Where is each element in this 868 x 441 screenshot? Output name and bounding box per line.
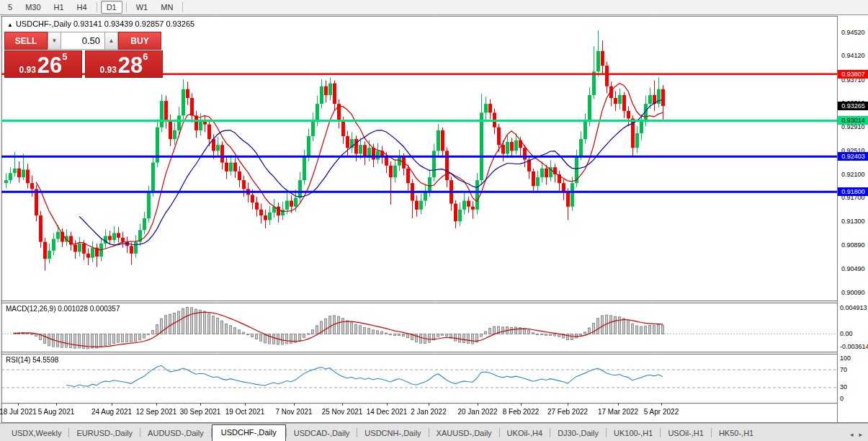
macd-axis-max: 0.004913 xyxy=(840,304,867,311)
buy-price-display[interactable]: 0.93 28 6 xyxy=(85,50,163,78)
price-badge-0.93807: 0.93807 xyxy=(838,70,868,79)
date-label: 14 Dec 2021 xyxy=(367,408,408,416)
timeframe-button-5[interactable]: 5 xyxy=(2,1,18,14)
sell-price-prefix: 0.93 xyxy=(19,65,35,75)
tab-dj30-daily[interactable]: DJ30-,Daily xyxy=(550,426,606,441)
timeframe-button-mn[interactable]: MN xyxy=(155,1,179,14)
rsi-axis-70: 70 xyxy=(840,366,847,373)
date-label: 8 Feb 2022 xyxy=(503,408,540,416)
tab-usdchf-daily[interactable]: USDCHF-,Daily xyxy=(212,424,286,441)
price-axis-tick: 0.90490 xyxy=(841,265,865,272)
one-click-trading-widget: SELL ▼ ▲ BUY 0.93 26 5 0.93 28 6 xyxy=(4,32,164,78)
date-label: 7 Nov 2021 xyxy=(275,408,312,416)
chart-tab-bar: USDX,WeeklyEURUSD-,DailyAUDUSD-,DailyUSD… xyxy=(0,423,868,441)
chart-ohlc-values: 0.93141 0.93439 0.92857 0.93265 xyxy=(73,19,194,28)
date-label: 18 Jul 2021 xyxy=(0,408,37,416)
price-axis-tick: 0.91300 xyxy=(841,218,865,225)
trading-platform-window: 5M30H1H4D1W1MN ▲USDCHF-,Daily 0.93141 0.… xyxy=(0,0,868,441)
price-badge-0.92403: 0.92403 xyxy=(838,152,868,161)
timeframe-button-w1[interactable]: W1 xyxy=(130,1,154,14)
macd-indicator-label: MACD(12,26,9) 0.001028 0.000357 xyxy=(6,305,120,313)
buy-price-sup: 6 xyxy=(143,53,148,61)
rsi-indicator-label: RSI(14) 54.5598 xyxy=(6,356,58,364)
sell-price-display[interactable]: 0.93 26 5 xyxy=(4,50,82,78)
tab-ukoil-h4[interactable]: UKOil-,H4 xyxy=(500,426,550,441)
sell-price-sup: 5 xyxy=(62,53,67,61)
tab-usdcnh-daily[interactable]: USDCNH-,Daily xyxy=(357,426,428,441)
price-badge-0.91800: 0.91800 xyxy=(838,187,868,196)
date-label: 20 Jan 2022 xyxy=(457,408,497,416)
macd-axis-zero: 0.00 xyxy=(840,330,853,337)
price-axis-tick: 0.90890 xyxy=(841,241,865,249)
tab-scroll-left-button[interactable]: ◂ xyxy=(847,430,856,439)
tab-usdcad-daily[interactable]: USDCAD-,Daily xyxy=(287,426,357,441)
tab-eurusd-daily[interactable]: EURUSD-,Daily xyxy=(69,426,140,441)
rsi-axis-0: 0 xyxy=(840,395,844,402)
chart-title: USDCHF-,Daily xyxy=(16,19,71,28)
rsi-axis-100: 100 xyxy=(840,355,851,362)
timeframe-toolbar: 5M30H1H4D1W1MN xyxy=(0,0,868,15)
price-axis-tick: 0.94520 xyxy=(841,29,865,36)
date-label: 25 Nov 2021 xyxy=(322,408,363,416)
date-label: 5 Apr 2022 xyxy=(644,408,679,416)
tab-scroll-right-button[interactable]: ▸ xyxy=(856,430,865,439)
price-axis-tick: 0.90090 xyxy=(841,289,865,296)
timeframe-button-m30[interactable]: M30 xyxy=(19,1,46,14)
buy-price-prefix: 0.93 xyxy=(99,65,116,75)
timeframe-button-d1[interactable]: D1 xyxy=(101,1,122,14)
timeframe-button-h4[interactable]: H4 xyxy=(71,1,93,14)
volume-input[interactable] xyxy=(61,32,104,50)
price-axis: 0.945200.941200.937100.933100.929100.925… xyxy=(837,16,868,422)
date-label: 5 Aug 2021 xyxy=(38,408,75,416)
tab-hk50-h1[interactable]: HK50-,H1 xyxy=(712,426,761,441)
toolbar-separator xyxy=(182,2,183,12)
toolbar-separator xyxy=(97,2,97,12)
price-badge-0.93265: 0.93265 xyxy=(838,102,868,110)
volume-increase-button[interactable]: ▲ xyxy=(104,32,118,50)
price-axis-tick: 0.94120 xyxy=(841,52,865,59)
date-label: 27 Feb 2022 xyxy=(547,408,588,416)
macd-axis-min: -0.003614 xyxy=(840,343,868,350)
price-axis-tick: 0.92100 xyxy=(841,171,865,178)
tab-usoil-h1[interactable]: USOil-,H1 xyxy=(661,426,711,441)
buy-button[interactable]: BUY xyxy=(118,32,161,50)
buy-price-big: 28 xyxy=(118,56,143,75)
rsi-axis-30: 30 xyxy=(840,383,847,391)
date-label: 12 Sep 2021 xyxy=(136,408,177,416)
tab-xauusd-daily[interactable]: XAUUSD-,Daily xyxy=(429,426,499,441)
price-badge-0.93014: 0.93014 xyxy=(838,116,868,125)
tab-usdx-weekly[interactable]: USDX,Weekly xyxy=(4,426,68,441)
toolbar-separator xyxy=(126,2,127,12)
date-label: 19 Oct 2021 xyxy=(225,408,264,416)
collapse-arrow-icon[interactable]: ▲ xyxy=(7,22,13,28)
sell-price-big: 26 xyxy=(37,56,62,75)
date-label: 30 Sep 2021 xyxy=(180,408,221,416)
timeframe-button-h1[interactable]: H1 xyxy=(48,1,70,14)
date-label: 2 Jan 2022 xyxy=(411,408,447,416)
tab-uk100-h1[interactable]: UK100-,H1 xyxy=(607,426,660,441)
date-label: 17 Mar 2022 xyxy=(598,408,638,416)
volume-decrease-button[interactable]: ▼ xyxy=(48,32,61,50)
tab-scroll-buttons: ◂▸ xyxy=(847,430,865,439)
tab-audusd-daily[interactable]: AUDUSD-,Daily xyxy=(140,426,211,441)
chart-header: ▲USDCHF-,Daily 0.93141 0.93439 0.92857 0… xyxy=(7,19,194,28)
sell-button[interactable]: SELL xyxy=(4,32,48,50)
date-label: 24 Aug 2021 xyxy=(91,408,132,416)
